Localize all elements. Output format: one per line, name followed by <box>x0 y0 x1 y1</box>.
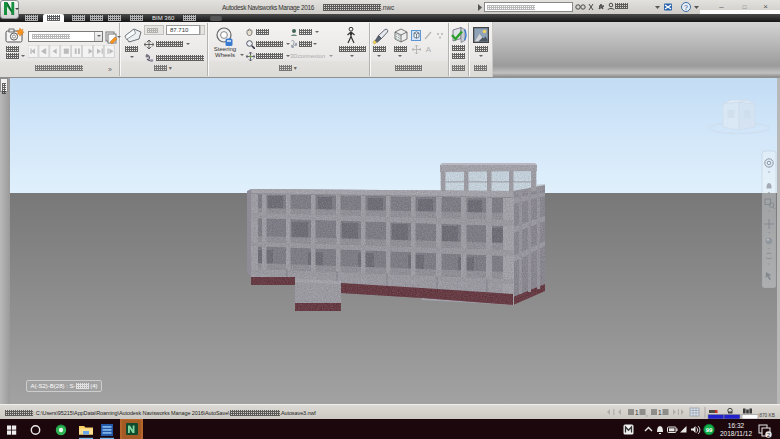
svg-text:,: , <box>646 411 648 417</box>
svg-text:2018/11/12: 2018/11/12 <box>720 430 752 437</box>
svg-text:870 KB: 870 KB <box>759 413 775 418</box>
svg-text:16:32: 16:32 <box>728 422 745 429</box>
svg-text:99: 99 <box>706 427 713 433</box>
svg-text:2: 2 <box>767 431 770 437</box>
svg-text:1: 1 <box>658 409 662 416</box>
svg-text:1: 1 <box>635 409 639 416</box>
